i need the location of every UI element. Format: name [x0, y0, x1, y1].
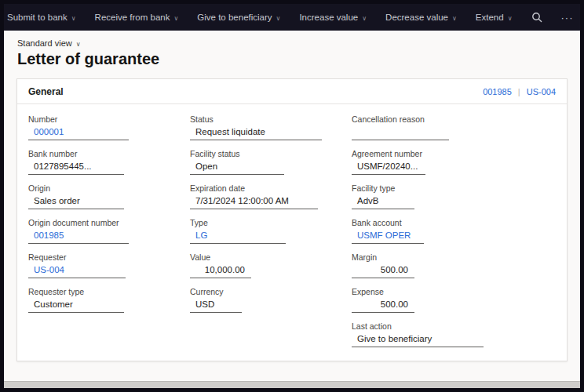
- field-agreement-number-value[interactable]: USMF/20240...: [352, 161, 425, 175]
- view-selector-label: Standard view: [17, 38, 72, 48]
- field-bank-account-label: Bank account: [352, 218, 484, 227]
- field-number-label: Number: [28, 114, 190, 124]
- general-section-title: General: [28, 86, 64, 97]
- field-type-value[interactable]: LG: [190, 230, 286, 244]
- field-margin-value[interactable]: 500.00: [352, 264, 414, 278]
- form-column-2: Status Request liquidate Facility status…: [190, 114, 352, 356]
- ref-separator: |: [518, 87, 520, 96]
- app-window: Submit to bank ∨ Receive from bank ∨ Giv…: [0, 0, 584, 392]
- field-value: Value 10,000.00: [190, 252, 352, 278]
- field-type-label: Type: [190, 218, 352, 227]
- view-selector[interactable]: Standard view ∨: [17, 38, 81, 48]
- field-requester: Requester US-004: [28, 252, 190, 278]
- decrease-value-label: Decrease value: [385, 13, 448, 22]
- chevron-down-icon: ∨: [362, 15, 367, 22]
- field-requester-type: Requester type Customer: [28, 287, 190, 313]
- give-to-beneficiary-button[interactable]: Give to beneficiary ∨: [197, 13, 280, 22]
- field-expiration-date: Expiration date 7/31/2024 12:00:00 AM: [190, 183, 352, 209]
- field-bank-number-value[interactable]: 0127895445...: [28, 161, 124, 175]
- search-button[interactable]: [531, 12, 542, 23]
- page-content: Standard view ∨ Letter of guarantee Gene…: [4, 31, 580, 388]
- field-margin: Margin 500.00: [352, 252, 484, 278]
- field-origin: Origin Sales order: [28, 183, 190, 209]
- field-cancellation-reason-value[interactable]: [352, 126, 449, 140]
- ref-link-document[interactable]: 001985: [483, 87, 512, 96]
- more-icon: ···: [561, 12, 574, 24]
- increase-value-button[interactable]: Increase value ∨: [299, 13, 367, 22]
- extend-label: Extend: [476, 13, 504, 22]
- field-value-label: Value: [190, 252, 352, 262]
- page-title: Letter of guarantee: [17, 50, 580, 68]
- general-section: General 001985 | US-004 Number 000001 Ba…: [16, 78, 568, 361]
- field-status-value[interactable]: Request liquidate: [190, 126, 322, 140]
- field-facility-status: Facility status Open: [190, 149, 352, 175]
- field-requester-type-label: Requester type: [28, 287, 190, 296]
- give-to-beneficiary-label: Give to beneficiary: [197, 13, 272, 22]
- increase-value-label: Increase value: [299, 13, 358, 22]
- field-agreement-number: Agreement number USMF/20240...: [352, 149, 484, 175]
- chevron-down-icon: ∨: [508, 15, 513, 22]
- next-section-edge[interactable]: [4, 381, 580, 388]
- field-currency-label: Currency: [190, 287, 352, 296]
- field-requester-value[interactable]: US-004: [28, 264, 126, 278]
- command-bar: Submit to bank ∨ Receive from bank ∨ Giv…: [4, 4, 580, 31]
- field-currency: Currency USD: [190, 287, 352, 313]
- submit-to-bank-label: Submit to bank: [7, 13, 68, 22]
- chevron-down-icon: ∨: [173, 15, 178, 22]
- field-expiration-date-value[interactable]: 7/31/2024 12:00:00 AM: [190, 195, 318, 209]
- chevron-down-icon: ∨: [276, 15, 281, 22]
- field-cancellation-reason-label: Cancellation reason: [352, 114, 484, 124]
- field-facility-type: Facility type AdvB: [352, 183, 484, 209]
- field-last-action-value[interactable]: Give to beneficiary: [352, 333, 484, 347]
- chevron-down-icon: ∨: [452, 15, 457, 22]
- ref-link-requester[interactable]: US-004: [527, 87, 556, 96]
- submit-to-bank-button[interactable]: Submit to bank ∨: [7, 13, 76, 22]
- decrease-value-button[interactable]: Decrease value ∨: [385, 13, 457, 22]
- field-agreement-number-label: Agreement number: [352, 149, 484, 158]
- extend-button[interactable]: Extend ∨: [476, 13, 513, 22]
- field-expense-value[interactable]: 500.00: [352, 299, 414, 313]
- field-origin-document-number-value[interactable]: 001985: [28, 230, 129, 244]
- receive-from-bank-button[interactable]: Receive from bank ∨: [95, 13, 179, 22]
- field-origin-value[interactable]: Sales order: [28, 195, 124, 209]
- field-facility-status-label: Facility status: [190, 149, 352, 158]
- field-number-value[interactable]: 000001: [28, 126, 129, 140]
- field-origin-document-number: Origin document number 001985: [28, 218, 190, 244]
- field-number: Number 000001: [28, 114, 190, 140]
- field-facility-status-value[interactable]: Open: [190, 161, 284, 175]
- chevron-down-icon: ∨: [71, 15, 76, 22]
- field-cancellation-reason: Cancellation reason: [352, 114, 484, 140]
- field-margin-label: Margin: [352, 252, 484, 262]
- field-facility-type-value[interactable]: AdvB: [352, 195, 414, 209]
- general-form: Number 000001 Bank number 0127895445... …: [17, 104, 567, 361]
- field-facility-type-label: Facility type: [352, 183, 484, 193]
- field-status: Status Request liquidate: [190, 114, 352, 140]
- field-bank-number: Bank number 0127895445...: [28, 149, 190, 175]
- field-origin-label: Origin: [28, 183, 190, 193]
- field-expiration-date-label: Expiration date: [190, 183, 352, 193]
- field-type: Type LG: [190, 218, 352, 244]
- field-last-action-label: Last action: [352, 321, 484, 331]
- field-status-label: Status: [190, 114, 352, 124]
- field-requester-type-value[interactable]: Customer: [28, 299, 124, 313]
- field-expense-label: Expense: [352, 287, 484, 296]
- chevron-down-icon: ∨: [76, 41, 81, 48]
- field-bank-number-label: Bank number: [28, 149, 190, 158]
- field-requester-label: Requester: [28, 252, 190, 262]
- receive-from-bank-label: Receive from bank: [95, 13, 170, 22]
- form-column-1: Number 000001 Bank number 0127895445... …: [28, 114, 190, 356]
- field-bank-account: Bank account USMF OPER: [352, 218, 484, 244]
- more-commands-button[interactable]: ···: [561, 12, 574, 24]
- field-currency-value[interactable]: USD: [190, 299, 242, 313]
- field-origin-document-number-label: Origin document number: [28, 218, 190, 227]
- field-last-action: Last action Give to beneficiary: [352, 321, 484, 347]
- form-column-3: Cancellation reason Agreement number USM…: [352, 114, 484, 356]
- field-bank-account-value[interactable]: USMF OPER: [352, 230, 424, 244]
- search-icon: [531, 12, 542, 23]
- field-expense: Expense 500.00: [352, 287, 484, 313]
- header-reference-links: 001985 | US-004: [483, 87, 556, 96]
- general-section-header[interactable]: General 001985 | US-004: [17, 79, 567, 104]
- field-value-value[interactable]: 10,000.00: [190, 264, 251, 278]
